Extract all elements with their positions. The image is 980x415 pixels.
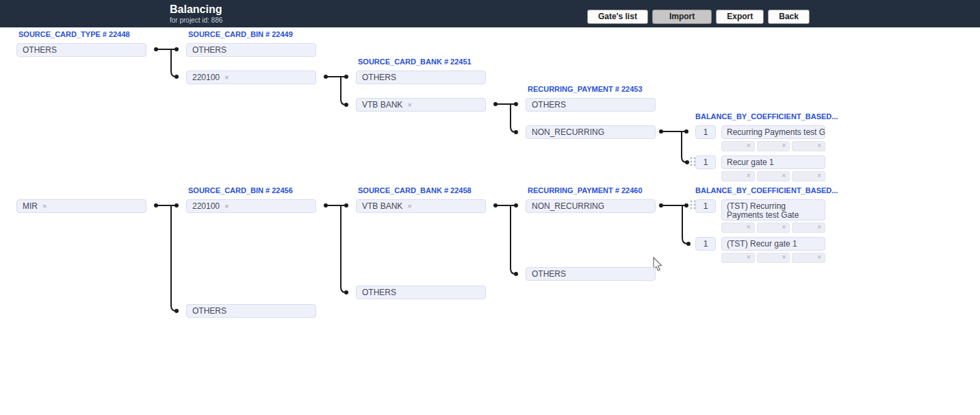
weight-field[interactable]: × bbox=[757, 223, 790, 233]
gate-weight-row: × × × bbox=[721, 171, 825, 181]
import-button[interactable]: Import bbox=[652, 10, 712, 24]
clear-field-icon[interactable]: × bbox=[817, 253, 821, 261]
clear-field-icon[interactable]: × bbox=[782, 142, 786, 149]
remove-tag-icon[interactable]: × bbox=[407, 101, 411, 109]
weight-field[interactable]: × bbox=[721, 141, 755, 151]
clear-field-icon[interactable]: × bbox=[782, 223, 786, 231]
page-title: Balancing bbox=[170, 3, 222, 16]
balancing-page: { "header": { "title": "Balancing", "sub… bbox=[0, 0, 980, 415]
gate-weight-row: × × × bbox=[721, 141, 825, 151]
clear-field-icon[interactable]: × bbox=[782, 253, 786, 261]
value-box[interactable]: 220100× bbox=[186, 199, 316, 213]
clear-field-icon[interactable]: × bbox=[817, 223, 821, 231]
value-box[interactable]: MIR× bbox=[16, 199, 146, 213]
group-title: SOURCE_CARD_BANK # 22458 bbox=[358, 186, 472, 194]
weight-field[interactable]: × bbox=[792, 253, 825, 263]
remove-tag-icon[interactable]: × bbox=[407, 202, 411, 210]
clear-field-icon[interactable]: × bbox=[747, 223, 751, 231]
weight-field[interactable]: × bbox=[792, 171, 825, 181]
back-button[interactable]: Back bbox=[768, 10, 810, 24]
coefficient-input[interactable]: 1 bbox=[695, 237, 716, 251]
gate-weight-row: × × × bbox=[721, 253, 825, 263]
group-title: RECURRING_PAYMENT # 22460 bbox=[528, 186, 643, 194]
coefficient-input[interactable]: 1 bbox=[695, 125, 716, 139]
value-box[interactable]: OTHERS bbox=[16, 43, 146, 57]
gate-weight-row: × × × bbox=[721, 223, 825, 233]
gate-name-box[interactable]: Recur gate 1 bbox=[721, 155, 825, 169]
coefficient-input[interactable]: 1 bbox=[695, 199, 716, 213]
gate-name-box[interactable]: (TST) Recurring Payments test Gate bbox=[721, 199, 825, 221]
weight-field[interactable]: × bbox=[721, 253, 755, 263]
weight-field[interactable]: × bbox=[792, 223, 825, 233]
clear-field-icon[interactable]: × bbox=[747, 172, 751, 179]
weight-field[interactable]: × bbox=[721, 171, 755, 181]
group-title: SOURCE_CARD_TYPE # 22448 bbox=[18, 30, 130, 38]
value-box[interactable]: OTHERS bbox=[356, 71, 486, 84]
group-title: SOURCE_CARD_BIN # 22449 bbox=[188, 30, 293, 38]
remove-tag-icon[interactable]: × bbox=[224, 202, 229, 210]
value-box[interactable]: OTHERS bbox=[526, 267, 656, 281]
gates-list-button[interactable]: Gate's list bbox=[587, 10, 648, 24]
clear-field-icon[interactable]: × bbox=[817, 172, 821, 179]
group-title: SOURCE_CARD_BANK # 22451 bbox=[358, 58, 472, 66]
value-box[interactable]: OTHERS bbox=[526, 98, 656, 112]
connector-wires bbox=[0, 0, 980, 415]
value-box[interactable]: OTHERS bbox=[356, 286, 486, 299]
value-box[interactable]: OTHERS bbox=[186, 304, 316, 318]
weight-field[interactable]: × bbox=[721, 223, 755, 233]
gate-name-box[interactable]: Recurring Payments test Gate bbox=[721, 125, 825, 139]
weight-field[interactable]: × bbox=[792, 141, 825, 151]
value-box[interactable]: OTHERS bbox=[186, 43, 316, 57]
remove-tag-icon[interactable]: × bbox=[224, 73, 229, 81]
page-subtitle: for project id: 886 bbox=[170, 16, 222, 24]
weight-field[interactable]: × bbox=[757, 253, 790, 263]
group-title: BALANCE_BY_COEFFICIENT_BASED... bbox=[695, 112, 838, 121]
value-box[interactable]: VTB BANK× bbox=[356, 98, 486, 112]
clear-field-icon[interactable]: × bbox=[782, 172, 786, 179]
export-button[interactable]: Export bbox=[716, 10, 764, 24]
clear-field-icon[interactable]: × bbox=[747, 253, 751, 261]
group-title: RECURRING_PAYMENT # 22453 bbox=[528, 85, 643, 93]
clear-field-icon[interactable]: × bbox=[747, 142, 751, 149]
group-title: BALANCE_BY_COEFFICIENT_BASED... bbox=[695, 186, 838, 194]
weight-field[interactable]: × bbox=[757, 141, 790, 151]
toolbar: Gate's list Import Export Back bbox=[587, 10, 810, 24]
value-box[interactable]: NON_RECURRING bbox=[526, 199, 656, 213]
coefficient-input[interactable]: 1 bbox=[695, 155, 716, 169]
value-box[interactable]: NON_RECURRING bbox=[526, 125, 656, 139]
value-box[interactable]: 220100× bbox=[186, 71, 316, 84]
remove-tag-icon[interactable]: × bbox=[42, 202, 47, 210]
gate-name-box[interactable]: (TST) Recur gate 1 bbox=[721, 237, 825, 251]
top-bar: Balancing for project id: 886 Gate's lis… bbox=[0, 0, 980, 27]
weight-field[interactable]: × bbox=[757, 171, 790, 181]
group-title: SOURCE_CARD_BIN # 22456 bbox=[188, 186, 293, 194]
value-box[interactable]: VTB BANK× bbox=[356, 199, 486, 213]
clear-field-icon[interactable]: × bbox=[817, 142, 821, 149]
